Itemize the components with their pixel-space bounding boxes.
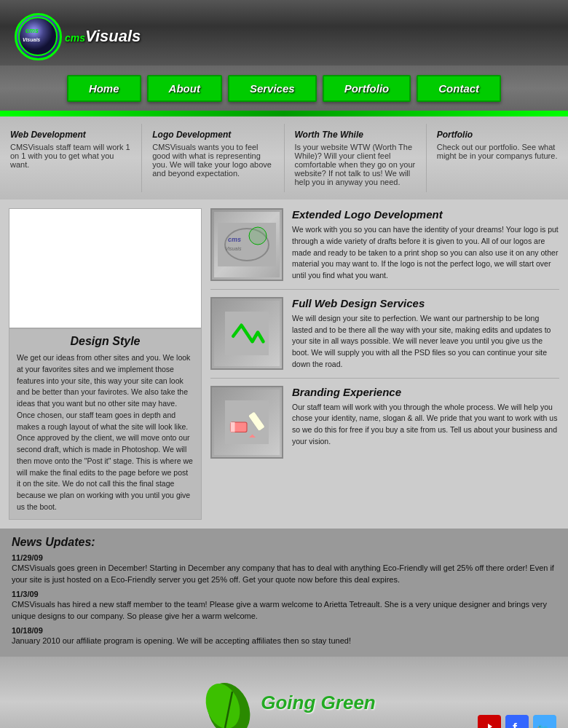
strip-wtw: Worth The While Is your website WTW (Wor… (285, 124, 427, 192)
main-content: Design Style We get our ideas from other… (0, 199, 568, 529)
svg-text:cms: cms (25, 27, 39, 34)
going-green-area: Going Green (192, 670, 375, 728)
svg-point-0 (19, 17, 57, 55)
svg-text:🐦: 🐦 (537, 722, 549, 728)
going-green-text: Going Green (261, 692, 375, 714)
nav-contact[interactable]: Contact (417, 75, 501, 102)
svg-text:f: f (513, 721, 518, 728)
strip-logo-dev: Logo Development CMSVisuals wants you to… (142, 124, 284, 192)
strip-web-dev: Web Development CMSVisuals staff team wi… (0, 124, 142, 192)
social-icons: f 🐦 (478, 715, 556, 728)
facebook-icon[interactable]: f (505, 715, 529, 728)
right-panel: cms Visuals Extended Logo Development We… (210, 208, 559, 520)
service-logo-title: Extended Logo Development (292, 208, 559, 221)
logo-text: cmsVisuals (65, 27, 141, 46)
strip-logo-dev-title: Logo Development (152, 130, 273, 140)
service-brand-thumb (210, 386, 283, 459)
service-web-info: Full Web Design Services We will design … (292, 297, 559, 371)
news-title: News Updates: (12, 536, 556, 549)
service-logo-info: Extended Logo Development We work with y… (292, 208, 559, 282)
service-web-thumb (210, 297, 283, 370)
svg-text:Visuals: Visuals (225, 246, 242, 251)
strip-portfolio-title: Portfolio (437, 130, 558, 140)
news-date-3: 10/18/09 (12, 626, 556, 635)
strip-portfolio-text: Check out our portfolio. See what might … (437, 143, 558, 160)
service-logo-text: We work with you so you can have the ide… (292, 224, 559, 282)
service-logo-thumb: cms Visuals (210, 208, 283, 281)
nav-about[interactable]: About (147, 75, 222, 102)
svg-text:cms: cms (228, 236, 241, 243)
svg-point-7 (249, 227, 267, 245)
service-web: Full Web Design Services We will design … (210, 297, 559, 379)
leaf-icon (192, 670, 258, 728)
svg-rect-11 (231, 422, 235, 432)
left-panel: Design Style We get our ideas from other… (9, 208, 202, 520)
service-brand-title: Branding Experience (292, 386, 559, 398)
youtube-icon[interactable] (478, 715, 501, 728)
news-section: News Updates: 11/29/09 CMSVisuals goes g… (0, 529, 568, 657)
service-brand-text: Our staff team will work with you throug… (292, 402, 559, 448)
logo-icon: cms Visuals (15, 13, 62, 60)
strip-wtw-title: Worth The While (295, 130, 416, 140)
news-date-1: 11/29/09 (12, 553, 556, 562)
service-brand-info: Branding Experience Our staff team will … (292, 386, 559, 459)
nav-services[interactable]: Services (228, 75, 317, 102)
news-text-3: January 2010 our affiliate program is op… (12, 635, 556, 647)
service-web-text: We will design your site to perfection. … (292, 313, 559, 371)
strip-wtw-text: Is your website WTW (Worth The While)? W… (295, 143, 416, 186)
design-style-text: We get our ideas from other sites and yo… (17, 352, 194, 513)
nav-home[interactable]: Home (67, 75, 141, 102)
service-brand: Branding Experience Our staff team will … (210, 386, 559, 466)
svg-rect-19 (505, 715, 529, 728)
news-date-2: 11/3/09 (12, 590, 556, 598)
strip-logo-dev-text: CMSVisuals wants you to feel good with w… (152, 143, 273, 178)
svg-text:Visuals: Visuals (23, 37, 40, 42)
news-text-2: CMSVisuals has hired a new staff member … (12, 598, 556, 622)
strip-web-dev-text: CMSVisuals staff team will work 1 on 1 w… (10, 143, 131, 169)
services-strip: Web Development CMSVisuals staff team wi… (0, 116, 568, 199)
service-web-title: Full Web Design Services (292, 297, 559, 309)
design-style-title: Design Style (17, 335, 194, 348)
accent-bar (0, 111, 568, 116)
twitter-icon[interactable]: 🐦 (533, 715, 556, 728)
nav-portfolio[interactable]: Portfolio (323, 75, 411, 102)
service-logo: cms Visuals Extended Logo Development We… (210, 208, 559, 290)
footer: Going Green f 🐦 (0, 657, 568, 728)
strip-portfolio: Portfolio Check out our portfolio. See w… (427, 124, 568, 192)
strip-web-dev-title: Web Development (10, 130, 131, 140)
navbar: Home About Services Portfolio Contact (0, 66, 568, 111)
design-style-box: Design Style We get our ideas from other… (9, 328, 202, 520)
header: cms Visuals cmsVisuals (0, 0, 568, 66)
design-image (9, 208, 202, 328)
logo-area: cms Visuals cmsVisuals (15, 13, 141, 60)
news-text-1: CMSVisuals goes green in December! Start… (12, 562, 556, 586)
